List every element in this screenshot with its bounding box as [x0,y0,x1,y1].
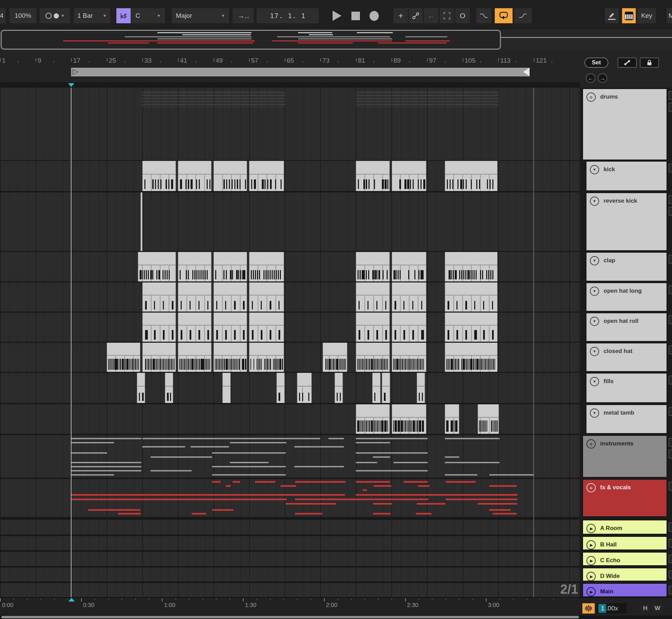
group-menu-icon[interactable]: ≡ [586,483,596,492]
clip[interactable] [392,252,426,281]
unfold-icon[interactable]: ▼ [590,408,599,418]
clip[interactable] [445,161,497,191]
set-button[interactable]: Set [584,58,608,68]
track-header-a-room[interactable]: ▶A Room [582,520,667,534]
track-header-closed-hat[interactable]: ▼closed hat [586,343,667,372]
clip[interactable] [356,252,390,281]
unfold-icon[interactable]: ▼ [590,377,599,386]
track-header-drums[interactable]: ≡drums [582,88,667,160]
clip[interactable] [478,404,499,434]
track-header-open-hat-long[interactable]: ▼open hat long [586,282,667,312]
clip[interactable] [297,373,312,403]
link-tracks-button[interactable] [618,58,637,68]
clip[interactable] [356,404,390,434]
clip[interactable] [107,343,140,372]
clip[interactable] [178,343,211,372]
track-header-c-echo[interactable]: ▶C Echo [582,552,667,566]
clip[interactable] [249,313,284,342]
track-header-kick[interactable]: ▼kick [586,161,667,191]
insert-marker-top-icon[interactable] [68,83,74,87]
zoom-level-button[interactable]: 100% [10,8,36,23]
insert-marker-bottom-icon[interactable] [68,598,75,602]
clip[interactable] [445,343,497,372]
track-header-clap[interactable]: ▼clap [586,252,667,281]
loop-end-marker[interactable] [523,68,529,76]
clip[interactable] [356,282,390,312]
clip[interactable] [276,373,285,403]
midi-keyboard-button[interactable] [622,8,636,23]
root-note-select[interactable]: C ▼ [131,8,165,23]
play-icon[interactable]: ▶ [586,556,596,565]
play-button[interactable] [329,8,345,23]
record-button[interactable] [366,8,382,23]
track-header-main[interactable]: ▶Main [582,583,667,597]
unfold-icon[interactable]: ▼ [590,317,599,326]
play-icon[interactable]: ▶ [586,524,596,533]
scale-select[interactable]: Major ▼ [172,8,229,23]
play-icon[interactable]: ▶ [586,587,596,596]
clip[interactable] [178,161,211,191]
clip[interactable] [392,313,426,342]
clip[interactable] [445,404,459,434]
loop-start-marker[interactable]: ▷ [73,67,78,76]
horizontal-scrollbar[interactable] [0,616,672,619]
quantize-select[interactable]: 1 Bar ▼ [74,8,110,23]
clip[interactable] [392,404,426,434]
unfold-icon[interactable]: ▼ [590,165,599,174]
clip[interactable] [249,161,284,191]
clip[interactable] [249,252,284,281]
clip[interactable] [178,252,211,281]
beat-time-ruler[interactable]: ▷ Set ← → 191725334149576573818997105113… [0,50,672,88]
track-header-fx-vocals[interactable]: ≡fx & vocals [582,479,667,517]
nav-left-button[interactable]: ← [586,73,595,83]
height-zoom-button[interactable]: H [641,604,650,613]
loop-brace[interactable]: ▷ [71,68,530,76]
clip[interactable] [141,192,142,251]
clip[interactable] [445,313,497,342]
insert-marker[interactable] [71,87,72,597]
scrollbar-thumb[interactable] [1,616,579,618]
track-header-metal-tamb[interactable]: ▼metal tamb [586,404,667,434]
playback-speed-control[interactable]: 1 .00x [597,603,627,614]
unfold-icon[interactable]: ▼ [590,197,599,206]
key-map-button[interactable]: Key [637,8,656,23]
link-button[interactable] [409,8,423,23]
clip[interactable] [214,313,247,342]
nav-right-button[interactable]: → [598,73,607,83]
clip[interactable] [142,282,176,312]
clip[interactable] [214,252,247,281]
clip[interactable] [382,373,390,403]
play-icon[interactable]: ▶ [586,572,596,581]
clip[interactable] [323,343,347,372]
clip[interactable] [142,161,176,191]
clip[interactable] [178,282,211,312]
focus-mode-button[interactable] [440,8,454,23]
clip[interactable] [445,252,497,281]
clip[interactable] [222,373,231,403]
song-end-marker[interactable] [533,88,534,597]
track-header-open-hat-roll[interactable]: ▼open hat roll [586,313,667,342]
clip[interactable] [392,161,426,191]
loop-button[interactable] [495,8,513,23]
follow-button[interactable]: →‥ [233,8,254,23]
audio-engine-button[interactable] [582,603,595,614]
clip[interactable] [249,343,284,372]
arrangement-overview[interactable] [0,29,672,50]
track-header-reverse-kick[interactable]: ▼reverse kick [586,192,667,251]
overdub-button[interactable]: O [455,8,470,23]
clip[interactable] [214,282,247,312]
clip[interactable] [445,282,497,312]
clip[interactable] [356,313,390,342]
time-signature-button[interactable]: 4 [0,8,5,23]
clip[interactable] [356,161,390,191]
group-menu-icon[interactable]: ≡ [586,439,596,449]
clip[interactable] [356,343,390,372]
track-header-b-hall[interactable]: ▶B Hall [582,536,667,550]
stop-button[interactable] [348,8,363,23]
back-to-arrangement-button[interactable]: ← [424,8,438,23]
fade-out-tool-button[interactable] [476,8,491,23]
clip[interactable] [417,373,425,403]
clip[interactable] [138,252,176,281]
unfold-icon[interactable]: ▼ [590,287,599,296]
clip[interactable] [335,373,343,403]
